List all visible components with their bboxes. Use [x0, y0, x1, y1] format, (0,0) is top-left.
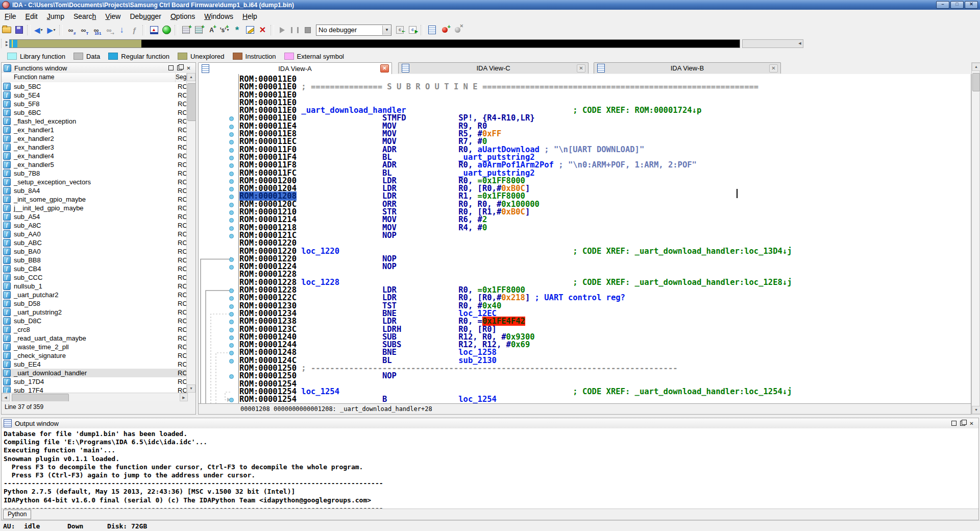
function-row[interactable]: f_ex_handler3ROM	[2, 143, 188, 152]
edit-function-icon[interactable]	[244, 25, 256, 35]
function-row[interactable]: fsub_CCCROM	[2, 273, 188, 282]
menu-file[interactable]: File	[0, 11, 21, 22]
function-row[interactable]: fj__init_led_gpio_maybeROM	[2, 204, 188, 212]
functions-hscroll-thumb[interactable]	[12, 394, 69, 402]
function-row[interactable]: fsub_8A4ROM	[2, 186, 188, 195]
function-row[interactable]: fsub_5F8ROM	[2, 100, 188, 108]
tab-ida-view-b[interactable]: IDA View-B✕	[594, 62, 781, 74]
pause-process-icon[interactable]	[289, 25, 301, 35]
function-row[interactable]: fsub_AA0ROM	[2, 230, 188, 238]
band-grip[interactable]	[1, 39, 5, 48]
find-binary-icon[interactable]: ∞101	[90, 25, 102, 35]
function-row[interactable]: f_init_some_gpio_maybeROM	[2, 195, 188, 204]
band-segment[interactable]	[141, 40, 740, 47]
menu-debugger[interactable]: Debugger	[125, 11, 166, 22]
make-data-icon[interactable]: +	[193, 25, 205, 35]
scroll-up-icon[interactable]: ▲	[972, 63, 980, 71]
function-row[interactable]: f_uart_download_handlerROM	[2, 369, 188, 377]
menu-help[interactable]: Help	[238, 11, 262, 22]
maximize-button[interactable]: □	[950, 1, 964, 9]
function-row[interactable]: fsub_BB8ROM	[2, 256, 188, 264]
forward-icon[interactable]: ▶▾	[45, 25, 57, 35]
menu-jump[interactable]: Jump	[42, 11, 69, 22]
navigation-band[interactable]	[9, 39, 740, 48]
function-row[interactable]: f_ex_handler4ROM	[2, 152, 188, 160]
start-process-icon[interactable]	[276, 25, 288, 35]
band-segment[interactable]	[17, 40, 141, 47]
function-row[interactable]: fsub_5BCROM	[2, 82, 188, 91]
tab-ida-view-a[interactable]: IDA View-A✕	[198, 62, 392, 74]
find-next-icon[interactable]: ∞⇢	[103, 25, 115, 35]
scroll-down-icon[interactable]: ▼	[187, 384, 195, 393]
make-name-icon[interactable]: A+	[206, 25, 217, 35]
function-row[interactable]: fsub_17D4ROM	[2, 377, 188, 386]
tab-ida-view-c[interactable]: IDA View-C✕	[398, 62, 589, 74]
disassembly-vscroll-thumb[interactable]	[972, 73, 980, 91]
function-row[interactable]: f_uart_putchar2ROM	[2, 291, 188, 299]
scroll-left-icon[interactable]: ◀	[2, 393, 10, 401]
output-float-button[interactable]	[960, 421, 965, 426]
functions-horizontal-scrollbar[interactable]: ◀ ▶	[2, 393, 188, 402]
function-row[interactable]: f_flash_led_exceptionROM	[2, 117, 188, 126]
disassembly-view[interactable]: ROM:000011E0ROM:000011E0 ; =============…	[198, 74, 971, 404]
menu-windows[interactable]: Windows	[200, 11, 238, 22]
close-icon[interactable]: ✕	[577, 64, 585, 73]
scroll-down-icon[interactable]: ▼	[972, 406, 980, 414]
find-number-icon[interactable]: ∞#	[65, 25, 77, 35]
signature-icon[interactable]: ƒ	[129, 25, 140, 35]
make-code-icon[interactable]: +	[180, 25, 192, 35]
minimize-button[interactable]: –	[936, 1, 949, 9]
menu-options[interactable]: Options	[166, 11, 200, 22]
function-row[interactable]: f_ex_handler1ROM	[2, 126, 188, 134]
column-function-name[interactable]: Function name	[2, 73, 176, 82]
scroll-right-icon[interactable]: ▶	[180, 393, 188, 401]
function-row[interactable]: f_crc8ROM	[2, 325, 188, 334]
menu-edit[interactable]: Edit	[21, 11, 42, 22]
function-row[interactable]: f_setup_exception_vectorsROM	[2, 178, 188, 186]
functions-close-button[interactable]: ✕	[186, 65, 191, 71]
function-row[interactable]: fsub_17F4ROM	[2, 386, 188, 393]
find-text-icon[interactable]: ∞T	[78, 25, 89, 35]
function-row[interactable]: f_read_uart_data_maybeROM	[2, 334, 188, 343]
output-close-button[interactable]: ✕	[969, 421, 974, 426]
disasm-line[interactable]: ROM:00001224 NOP	[199, 263, 971, 271]
jump-address-icon[interactable]: ↓	[116, 25, 128, 35]
function-row[interactable]: fsub_A54ROM	[2, 212, 188, 221]
process-options-icon[interactable]: c▶	[407, 25, 419, 35]
function-row[interactable]: fsub_D8CROM	[2, 317, 188, 325]
function-row[interactable]: fsub_7B8ROM	[2, 169, 188, 178]
analysis-indicator-icon[interactable]	[161, 25, 173, 35]
function-row[interactable]: f_waste_time_2_pllROM	[2, 343, 188, 351]
disasm-line[interactable]: ROM:000011E0	[199, 91, 971, 99]
chevron-down-icon[interactable]: ▼	[382, 26, 391, 35]
add-breakpoint-icon[interactable]: +	[439, 25, 451, 35]
band-scrollbar[interactable]: ◀	[742, 39, 803, 48]
undefine-icon[interactable]: ✕	[257, 25, 268, 35]
disasm-line[interactable]: ROM:00001254 B loc_1254	[199, 396, 971, 403]
function-row[interactable]: fsub_5E4ROM	[2, 91, 188, 100]
function-row[interactable]: fnullsub_1ROM	[2, 282, 188, 291]
band-arrows-icon[interactable]: ▶▶	[6, 40, 8, 46]
functions-float-button[interactable]	[177, 65, 182, 70]
notepad-icon[interactable]	[426, 25, 438, 35]
attach-process-icon[interactable]: c⇠	[394, 25, 406, 35]
close-icon[interactable]: ✕	[769, 64, 778, 73]
function-row[interactable]: fsub_ABCROM	[2, 238, 188, 247]
output-restore-button[interactable]	[951, 421, 957, 426]
make-array-icon[interactable]: *	[231, 25, 243, 35]
delete-breakpoint-icon[interactable]: ✕	[452, 25, 463, 35]
open-icon[interactable]	[1, 25, 12, 35]
save-icon[interactable]	[13, 25, 25, 35]
band-segment[interactable]	[10, 40, 17, 47]
make-string-icon[interactable]: ’s’+▾	[218, 25, 230, 35]
problems-icon[interactable]: ▲	[148, 25, 160, 35]
debugger-select[interactable]: No debugger▼	[316, 25, 391, 36]
output-window-titlebar[interactable]: Output window ✕	[2, 418, 978, 429]
python-tab[interactable]: Python	[3, 510, 31, 519]
disasm-line[interactable]: ROM:0000121C NOP	[199, 232, 971, 239]
function-row[interactable]: f_ex_handler2ROM	[2, 134, 188, 143]
back-icon[interactable]: ◀▾	[33, 25, 44, 35]
close-button[interactable]: ✕	[965, 1, 978, 9]
close-icon[interactable]: ✕	[380, 64, 389, 73]
function-row[interactable]: fsub_EE4ROM	[2, 360, 188, 369]
